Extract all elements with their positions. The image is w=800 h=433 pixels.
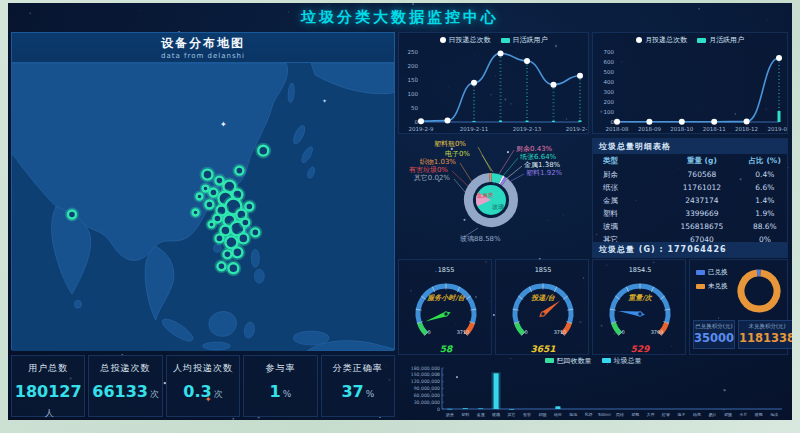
svg-text:300: 300 [604,89,615,95]
svg-text:易拉: 易拉 [708,412,716,417]
donut-label: 金属1.38% [524,161,561,169]
legend-label: 垃圾总量 [614,356,642,366]
svg-text:1855: 1855 [438,266,455,274]
device-distribution-map[interactable]: ✦ ✦ [12,63,394,351]
service-hours-gauge[interactable]: 1855服务小时/台0371058 [399,260,493,356]
device-marker[interactable] [251,228,259,236]
svg-text:投递/台: 投递/台 [531,293,556,302]
svg-text:金属: 金属 [476,412,485,417]
stat-unit: 人 [45,408,54,418]
redeemed-points-value: 35000 [694,331,734,345]
device-marker[interactable] [215,234,223,242]
table-header-row: 类型 重量 (g) 占比 (%) [593,154,787,168]
waste-share-donut-chart[interactable]: 金属类玻璃塑料瓶0%电子0%织物1.03%有害垃圾0%其它0.02%玻璃88.5… [398,138,589,255]
points-exchange-panel: 已兑换未兑换 已兑换积分(元) 35000 未兑换积分(元) 1181338 [689,259,788,355]
legend-item[interactable]: 已回收数量 [545,356,592,366]
legend-rect-icon [696,284,705,289]
device-marker[interactable] [235,167,243,175]
device-marker[interactable] [217,262,225,270]
svg-text:2019-2-13: 2019-2-13 [513,126,542,132]
stat-label: 分类正确率 [322,356,394,375]
daily-trend-chart[interactable]: 0501001502002502019-2-92019-2-112019-2-1… [399,47,588,133]
svg-text:529: 529 [631,344,651,354]
category-totals-legend[interactable]: 已回收数量垃圾总量 [398,355,788,366]
svg-text:泡沫: 泡沫 [770,412,778,417]
device-marker[interactable] [223,250,231,258]
svg-text:3709: 3709 [651,329,664,335]
table-row: 塑料33996691.9% [593,207,787,220]
svg-text:电子: 电子 [678,412,686,417]
stat-unit: 次 [150,389,159,399]
dashboard: 垃圾分类大数据监控中心 设备分布地图 data from delanshi ✦ … [8,3,792,420]
device-marker[interactable] [208,221,214,227]
monthly-trend-legend[interactable]: 月投递总次数月活跃用户 [593,33,787,47]
legend-item[interactable]: 月投递总次数 [636,35,687,45]
svg-text:2018-11: 2018-11 [703,126,726,132]
svg-text:纸张: 纸张 [554,412,562,417]
device-marker[interactable] [258,146,268,156]
device-marker[interactable] [197,194,203,200]
device-marker[interactable] [241,218,249,226]
legend-label: 日投递总次数 [449,35,491,45]
legend-dot-icon [636,37,642,43]
page-background: 垃圾分类大数据监控中心 设备分布地图 data from delanshi ✦ … [0,0,800,433]
device-marker[interactable] [228,263,238,273]
legend-item[interactable]: 日活跃用户 [501,35,548,45]
donut-label: 电子0% [445,150,470,158]
svg-text:3710: 3710 [554,329,567,335]
legend-item: 未兑换 [696,282,728,291]
gauge-service-hours-panel: 1855服务小时/台0371058 [398,259,492,355]
svg-text:2019-01: 2019-01 [768,126,787,132]
svg-text:金属类: 金属类 [477,192,494,198]
device-marker[interactable] [68,210,76,218]
daily-trend-legend[interactable]: 日投递总次数日活跃用户 [399,33,588,47]
col-weight: 重量 (g) [661,154,742,168]
legend-rect-icon [501,38,510,43]
stat-participation-rate: 参与率 1% [243,355,317,417]
donut-label: 塑料1.92% [526,169,563,177]
svg-text:玻璃: 玻璃 [492,412,500,417]
svg-text:120,000,000: 120,000,000 [411,379,440,384]
svg-text:400: 400 [604,79,615,85]
legend-item[interactable]: 垃圾总量 [602,356,642,366]
svg-text:玻瓶: 玻瓶 [755,412,763,417]
svg-text:塑瓶: 塑瓶 [631,412,639,417]
svg-text:58: 58 [440,344,454,354]
exchange-donut-chart[interactable] [732,264,786,318]
stat-total-users: 用户总数 180127人 [11,355,85,417]
device-marker[interactable] [203,170,213,180]
table-row: 金属24371741.4% [593,194,787,207]
legend-item[interactable]: 月活跃用户 [697,35,744,45]
waste-totals-table-panel: 垃圾总量明细表格 类型 重量 (g) 占比 (%) 厨余7605680.4%纸张… [592,138,788,258]
monthly-trend-chart[interactable]: 01002003004005006007002018-082018-092018… [593,47,787,133]
legend-item: 已兑换 [696,268,728,277]
legend-label: 月活跃用户 [709,35,744,45]
svg-text:1855: 1855 [535,266,552,274]
category-totals-bar-chart[interactable]: 030,000,00060,000,00090,000,000120,000,0… [398,366,788,417]
device-marker[interactable] [245,203,253,211]
weight-per-deposit-gauge[interactable]: 1854.5重量/次03709529 [593,260,687,356]
device-marker[interactable] [193,209,199,215]
svg-text:2019-2-11: 2019-2-11 [460,126,488,132]
stat-value: 180127 [15,382,82,401]
stat-label: 参与率 [244,356,316,375]
svg-text:电池: 电池 [569,412,577,417]
exchange-legend: 已兑换未兑换 [696,268,728,291]
device-marker[interactable] [205,201,213,209]
map-title: 设备分布地图 [12,33,394,52]
svg-text:0: 0 [611,119,615,125]
table-footer-total: 垃圾总量 (G) : 177064426 [593,242,787,257]
table-row: 厨余7605680.4% [593,168,787,181]
legend-dot-icon [440,37,446,43]
svg-text:0: 0 [415,119,419,125]
svg-text:500ml: 500ml [598,412,611,417]
svg-text:周转: 周转 [616,412,625,417]
waste-share-panel: 金属类玻璃塑料瓶0%电子0%织物1.03%有害垃圾0%其它0.02%玻璃88.5… [398,138,589,255]
device-marker[interactable] [203,186,209,192]
svg-text:服务小时/台: 服务小时/台 [426,294,466,302]
col-type: 类型 [593,154,661,168]
deposits-per-unit-gauge[interactable]: 1855投递/台037103651 [496,260,590,356]
donut-label: 其它0.02% [414,174,451,182]
svg-text:90,000,000: 90,000,000 [414,386,440,391]
legend-item[interactable]: 日投递总次数 [440,35,491,45]
